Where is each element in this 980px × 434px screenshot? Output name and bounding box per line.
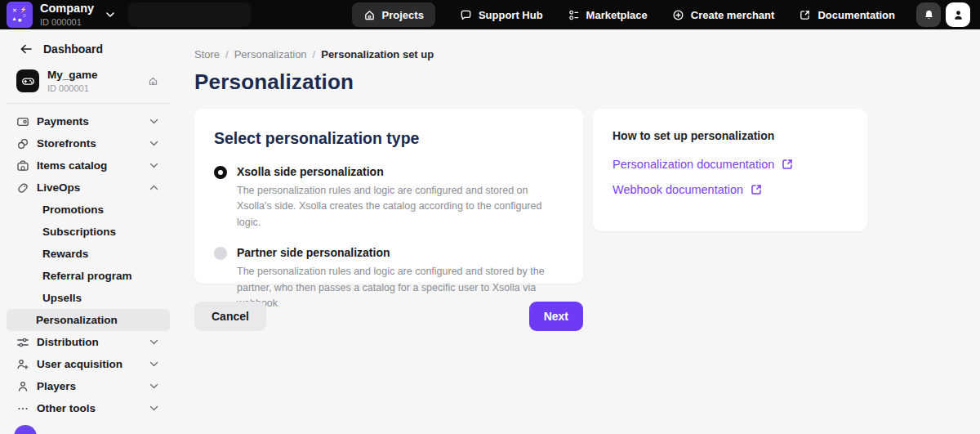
notifications-button[interactable] [916, 2, 941, 27]
ellipsis-icon [16, 402, 29, 415]
arrow-left-icon [20, 43, 33, 55]
sidebar-item-promotions[interactable]: Promotions [7, 199, 170, 221]
breadcrumb-separator: / [313, 48, 316, 60]
chevron-down-icon [149, 339, 158, 345]
chevron-down-icon [149, 361, 158, 367]
sidebar-item-distribution[interactable]: Distribution [0, 331, 176, 353]
help-card: How to set up personalization Personaliz… [593, 109, 867, 231]
sidebar-item-label: Payments [37, 115, 89, 128]
home-icon [363, 9, 376, 21]
sidebar-item-label: Players [37, 380, 76, 392]
chat-icon [460, 9, 472, 21]
external-link-icon [799, 9, 811, 21]
nav-documentation[interactable]: Documentation [799, 2, 895, 27]
cancel-button[interactable]: Cancel [194, 302, 266, 331]
help-fab-button[interactable] [14, 425, 37, 434]
plus-circle-icon [672, 9, 684, 21]
project-info: My_game ID 000001 [47, 69, 98, 93]
option-body: Partner side personalization The persona… [237, 246, 564, 311]
sidebar: Dashboard My_game ID 000001 Payments [0, 29, 176, 434]
sidebar-item-storefronts[interactable]: Storefronts [0, 132, 176, 154]
company-id: ID 000001 [40, 17, 94, 27]
help-heading: How to set up personalization [612, 129, 848, 142]
webhook-doc-link[interactable]: Webhook documentation [612, 183, 848, 196]
personalization-doc-link[interactable]: Personalization documentation [612, 158, 848, 171]
topbar: ✕ ⚡ ▲ ○ ■ Company ID 000001 Projects Sup… [0, 0, 980, 29]
project-switcher[interactable]: My_game ID 000001 [0, 69, 176, 93]
page-title: Personalization [194, 69, 980, 95]
sidebar-item-label: Distribution [37, 336, 99, 348]
account-icon [952, 9, 964, 21]
option-label[interactable]: Xsolla side personalization [237, 165, 564, 178]
sidebar-item-upsells[interactable]: Upsells [7, 287, 170, 309]
account-button[interactable] [946, 2, 970, 27]
sidebar-item-label: Referral program [42, 270, 132, 282]
breadcrumb-personalization[interactable]: Personalization [234, 48, 307, 60]
option-description: The personalization rules and logic are … [237, 183, 564, 230]
tag-icon [16, 181, 29, 195]
chevron-down-icon[interactable] [105, 11, 115, 18]
card-icon [16, 115, 29, 128]
user-plus-icon [16, 358, 29, 371]
option-body: Xsolla side personalization The personal… [237, 165, 564, 230]
select-type-card: Select personalization type Xsolla side … [194, 109, 583, 284]
sidebar-item-referral-program[interactable]: Referral program [7, 265, 170, 287]
sidebar-item-rewards[interactable]: Rewards [7, 243, 170, 265]
option-label[interactable]: Partner side personalization [237, 246, 564, 259]
card-heading: Select personalization type [214, 129, 564, 148]
sidebar-item-user-acquisition[interactable]: User acquisition [0, 353, 176, 375]
breadcrumb-store[interactable]: Store [194, 48, 220, 60]
company-name: Company [40, 2, 94, 16]
company-switcher[interactable]: Company ID 000001 [40, 2, 94, 27]
nav-create-merchant[interactable]: Create merchant [672, 2, 775, 27]
chevron-down-icon [149, 405, 158, 411]
option-xsolla-side: Xsolla side personalization The personal… [214, 165, 564, 230]
sidebar-divider [7, 103, 170, 104]
back-label: Dashboard [43, 43, 103, 56]
main-content: Store / Personalization / Personalizatio… [176, 29, 980, 434]
sidebar-item-label: Other tools [37, 402, 96, 414]
coins-icon [16, 137, 29, 150]
sidebar-item-label: Upsells [42, 292, 82, 304]
logo-glyph: ⚡ [20, 7, 27, 12]
sidebar-item-payments[interactable]: Payments [0, 110, 176, 132]
sidebar-item-other-tools[interactable]: Other tools [0, 397, 176, 419]
sidebar-item-items-catalog[interactable]: Items catalog [0, 154, 176, 177]
sidebar-item-liveops[interactable]: LiveOps [0, 177, 176, 199]
sidebar-item-players[interactable]: Players [0, 375, 176, 397]
nav-support-hub[interactable]: Support Hub [460, 2, 543, 27]
topbar-nav: Projects Support Hub Marketplace Create … [352, 2, 895, 27]
sidebar-item-label: Personalization [36, 314, 118, 326]
topbar-hidden-field [128, 2, 251, 27]
sidebar-item-label: Subscriptions [42, 226, 116, 238]
sidebar-nav: Payments Storefronts Items catalog [0, 109, 176, 419]
option-partner-side: Partner side personalization The persona… [214, 246, 564, 311]
cards-row: Select personalization type Xsolla side … [194, 109, 980, 284]
nav-marketplace[interactable]: Marketplace [568, 2, 648, 27]
home-icon[interactable] [148, 76, 158, 87]
next-button[interactable]: Next [529, 302, 583, 331]
chevron-down-icon [149, 383, 158, 389]
user-icon [16, 380, 29, 393]
logo-glyph: ✕ [12, 7, 17, 13]
radio-unselected[interactable] [214, 247, 227, 260]
breadcrumb: Store / Personalization / Personalizatio… [194, 48, 980, 60]
radio-selected[interactable] [214, 166, 227, 179]
project-id: ID 000001 [47, 83, 98, 94]
logo-glyph: ■ [18, 17, 21, 23]
option-description: The personalization rules and logic are … [237, 264, 564, 311]
list-users-icon [568, 9, 580, 21]
topbar-icon-buttons [916, 2, 970, 27]
link-label: Personalization documentation [612, 158, 774, 171]
nav-label: Support Hub [479, 9, 543, 21]
nav-label: Documentation [817, 9, 895, 21]
sidebar-item-subscriptions[interactable]: Subscriptions [7, 221, 170, 243]
external-link-icon [781, 158, 794, 171]
company-logo[interactable]: ✕ ⚡ ▲ ○ ■ [7, 2, 33, 28]
sidebar-item-label: LiveOps [37, 181, 80, 194]
sliders-icon [16, 336, 29, 349]
back-to-dashboard[interactable]: Dashboard [0, 43, 176, 56]
nav-label: Projects [382, 9, 424, 21]
sidebar-item-personalization[interactable]: Personalization [7, 309, 170, 331]
nav-projects[interactable]: Projects [352, 2, 435, 27]
